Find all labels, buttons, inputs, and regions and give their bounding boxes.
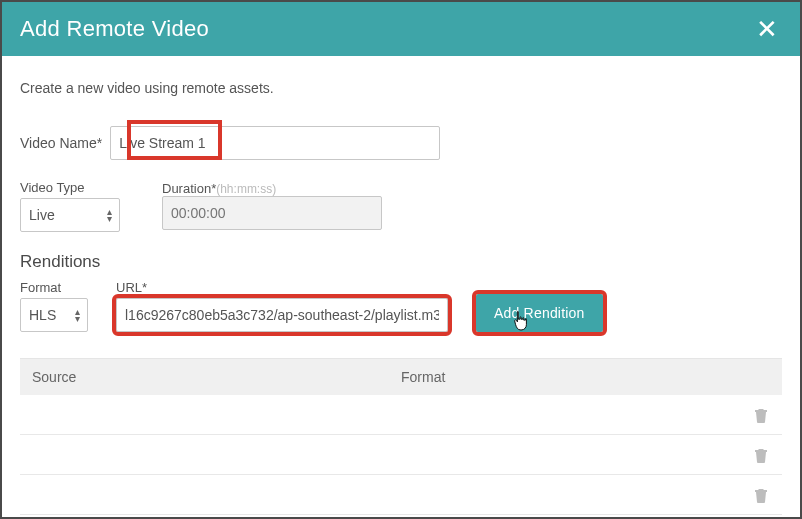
url-input[interactable] [116, 298, 448, 332]
modal-header: Add Remote Video ✕ [2, 2, 800, 56]
format-select-wrap: HLS ▴▾ [20, 298, 88, 332]
add-rendition-button[interactable]: Add Rendition [476, 294, 603, 332]
trash-icon[interactable] [754, 407, 768, 423]
table-header: Source Format [20, 359, 782, 395]
renditions-table: Source Format [20, 358, 782, 515]
modal-title: Add Remote Video [20, 16, 209, 42]
col-source: Source [32, 369, 401, 385]
duration-input [162, 196, 382, 230]
table-row [20, 435, 782, 475]
format-select[interactable]: HLS [20, 298, 88, 332]
table-row [20, 475, 782, 515]
video-name-input[interactable] [110, 126, 440, 160]
trash-icon[interactable] [754, 447, 768, 463]
video-type-select[interactable]: Live [20, 198, 120, 232]
duration-hint: (hh:mm:ss) [216, 182, 276, 196]
renditions-title: Renditions [20, 252, 782, 272]
intro-text: Create a new video using remote assets. [20, 80, 782, 96]
close-icon[interactable]: ✕ [756, 16, 778, 42]
video-type-label: Video Type [20, 180, 112, 195]
video-type-select-wrap: Live ▴▾ [20, 198, 120, 232]
table-row [20, 395, 782, 435]
format-label: Format [20, 280, 80, 295]
video-name-label: Video Name* [20, 135, 102, 151]
col-format: Format [401, 369, 770, 385]
duration-label: Duration* [162, 181, 216, 196]
trash-icon[interactable] [754, 487, 768, 503]
url-label: URL* [116, 280, 440, 295]
